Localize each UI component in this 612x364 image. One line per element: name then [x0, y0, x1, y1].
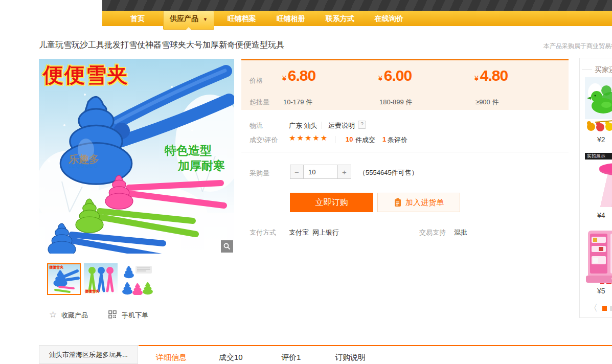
price-tier-1: ¥6.80 10-179 件: [282, 60, 374, 111]
deal-count-suffix[interactable]: 件成交: [355, 135, 375, 145]
recommendations-sidebar: 买家还 ¥2: [579, 58, 612, 318]
tier-2-price: 6.00: [384, 67, 412, 84]
nav-item-shop-album[interactable]: 旺铺相册: [277, 11, 305, 26]
review-count[interactable]: 1: [382, 135, 386, 143]
recommended-item-toy-fridge[interactable]: [585, 229, 612, 286]
currency-symbol: ¥: [378, 74, 382, 82]
section-divider: [241, 152, 569, 152]
deal-count[interactable]: 10: [346, 135, 353, 143]
image-headline-text: 便便雪夹: [43, 61, 129, 89]
thumbnail-2-caption: 便便雪夹: [85, 289, 99, 294]
magnifier-icon[interactable]: [221, 240, 233, 253]
order-now-button[interactable]: 立即订购: [290, 193, 373, 212]
thumbnail-1-selected[interactable]: 便便雪夹: [47, 263, 81, 295]
main-nav: 首页 供应产品 ▼ 旺铺档案 旺铺相册 联系方式 在线询价: [102, 11, 612, 26]
chevron-left-icon[interactable]: 〈: [589, 302, 598, 314]
qty-input[interactable]: [304, 165, 337, 179]
favorite-star-icon[interactable]: ☆: [49, 309, 57, 320]
image-feature-text-2: 加厚耐寒: [178, 158, 225, 174]
moq-label: 起批量: [250, 98, 269, 107]
freight-info-link[interactable]: 运费说明: [328, 121, 355, 130]
favorite-product-link[interactable]: 收藏产品: [61, 311, 88, 320]
price-panel: 价格 起批量 ¥6.80 10-179 件 ¥6.00 180-899 件 ¥4…: [241, 59, 569, 110]
purchase-qty-label: 采购量: [250, 169, 269, 178]
trade-support-value: 混批: [454, 228, 467, 237]
tab-reviews[interactable]: 评价1: [281, 353, 301, 362]
top-banner: [102, 0, 612, 11]
thumbnail-1-caption: 便便雪夹: [49, 265, 63, 270]
pager-dot[interactable]: [610, 306, 612, 311]
payment-netbank-link[interactable]: 网上银行: [312, 228, 339, 237]
payment-method-label: 支付方式: [250, 228, 276, 237]
tier-1-qty: 10-179 件: [283, 98, 312, 107]
recommended-item-3-price: ¥5: [597, 287, 605, 295]
nav-item-home[interactable]: 首页: [130, 11, 145, 26]
sidebar-header: 买家还: [595, 65, 612, 75]
thumbnail-3[interactable]: [121, 263, 154, 295]
qty-minus-button[interactable]: −: [290, 165, 304, 179]
currency-symbol: ¥: [474, 74, 479, 82]
qr-code-icon[interactable]: [108, 310, 117, 321]
qty-plus-button[interactable]: +: [337, 165, 351, 179]
nav-item-contact[interactable]: 联系方式: [326, 11, 354, 26]
nav-item-products[interactable]: 供应产品 ▼: [163, 11, 214, 30]
clipboard-icon: [394, 198, 402, 207]
chevron-down-icon: ▼: [203, 17, 208, 22]
tabs-top-border: [139, 345, 612, 346]
divider: [335, 136, 335, 143]
mobile-order-link[interactable]: 手机下单: [122, 311, 148, 320]
nav-item-shop-profile[interactable]: 旺铺档案: [228, 11, 256, 26]
watermark-subtext: LEQUDUO: [69, 164, 99, 169]
recommended-item-1-price: ¥2: [597, 135, 605, 144]
watermark-text: 乐趣多: [69, 153, 99, 165]
shop-watermark: 乐趣多 LEQUDUO: [69, 154, 99, 169]
company-name: 汕头市澄海区乐趣多玩具...: [49, 350, 128, 359]
image-feature-text-1: 特色造型: [165, 143, 212, 158]
quantity-stepper: − +: [290, 165, 351, 179]
price-tier-3: ¥4.80 ≥900 件: [474, 60, 566, 111]
price-label: 价格: [250, 76, 263, 85]
tier-3-qty: ≥900 件: [475, 98, 498, 107]
header-dash: [582, 70, 592, 70]
stock-available-note: （5554645件可售）: [359, 168, 418, 177]
logistics-label: 物流: [250, 121, 263, 130]
review-count-suffix[interactable]: 条评价: [388, 135, 407, 145]
product-page: 首页 供应产品 ▼ 旺铺档案 旺铺相册 联系方式 在线询价 儿童玩雪玩沙工具批发…: [0, 0, 612, 364]
payment-alipay-link[interactable]: 支付宝: [289, 228, 309, 237]
tab-order-info[interactable]: 订购说明: [335, 353, 366, 362]
help-icon[interactable]: ?: [358, 121, 366, 129]
tier-3-price: 4.80: [480, 67, 508, 84]
tier-2-qty: 180-899 件: [379, 98, 412, 107]
currency-symbol: ¥: [282, 74, 286, 82]
product-main-image[interactable]: 便便雪夹 特色造型 加厚耐寒 乐趣多 LEQUDUO: [39, 59, 234, 254]
add-to-cart-label: 加入进货单: [405, 198, 444, 208]
recommended-item-duck-toy[interactable]: [585, 77, 612, 134]
tab-detail-info[interactable]: 详细信息: [156, 353, 187, 362]
nav-item-inquiry[interactable]: 在线询价: [375, 11, 403, 26]
deals-rating-label: 成交\评价: [250, 135, 278, 145]
photo-badge: 实拍展示: [585, 153, 612, 160]
nav-products-label: 供应产品: [170, 14, 198, 22]
divider: [322, 122, 322, 129]
tier-1-price: 6.80: [288, 67, 315, 84]
trade-support-label: 交易支持: [419, 228, 446, 237]
recommended-item-2-price: ¥4: [597, 211, 605, 219]
trade-note: 本产品采购属于商业贸易行: [543, 42, 612, 51]
page-title: 儿童玩雪玩沙工具批发打雪仗神器雪球夹大号加厚新奇便便造型玩具: [39, 40, 284, 51]
recommended-item-stool[interactable]: 实拍展示: [585, 153, 612, 210]
tab-deals[interactable]: 成交10: [219, 353, 243, 362]
thumbnail-2[interactable]: 便便雪夹: [84, 263, 118, 295]
price-tier-2: ¥6.00 180-899 件: [378, 60, 470, 111]
add-to-cart-button[interactable]: 加入进货单: [377, 193, 460, 212]
rating-stars: ★★★★★: [289, 133, 328, 143]
logistics-location: 广东 汕头: [289, 121, 318, 130]
company-name-box[interactable]: 汕头市澄海区乐趣多玩具...: [39, 345, 138, 364]
pager-dot-active[interactable]: [602, 306, 607, 311]
